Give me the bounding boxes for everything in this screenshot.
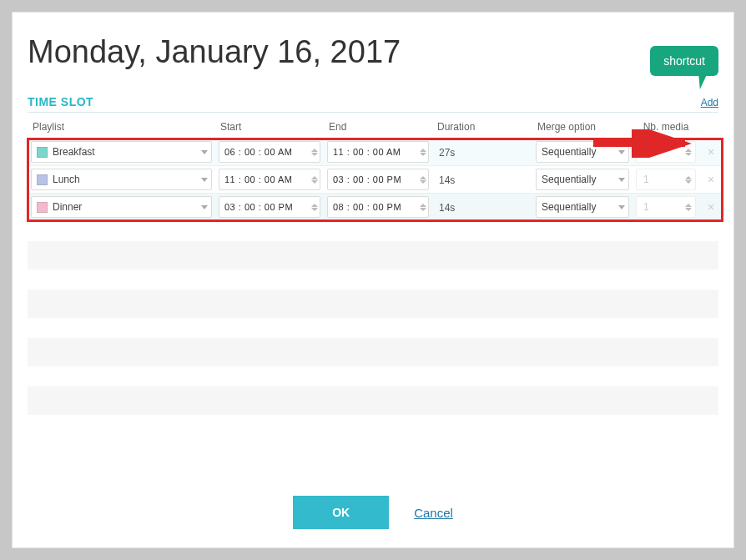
col-playlist: Playlist xyxy=(28,118,215,139)
duration-value: 14s xyxy=(436,202,455,214)
duration-value: 27s xyxy=(436,147,455,159)
dialog-panel: Monday, January 16, 2017 TIME SLOT Add P… xyxy=(12,12,734,548)
end-time-input[interactable]: 03 : 00 : 00 PM xyxy=(327,169,429,190)
spinner-icon[interactable] xyxy=(311,149,318,156)
merge-dropdown[interactable]: Sequentially xyxy=(536,196,629,218)
nb-media-input[interactable]: 1 xyxy=(636,169,696,190)
section-header: TIME SLOT xyxy=(28,95,701,108)
duration-value: 14s xyxy=(436,174,455,186)
spinner-icon[interactable] xyxy=(420,149,426,156)
arrow-icon xyxy=(593,129,702,158)
swatch-icon xyxy=(37,174,48,185)
end-time-input[interactable]: 08 : 00 : 00 PM xyxy=(327,196,429,218)
table-row: Lunch 11 : 00 : 00 AM 03 : 00 : 00 PM 14… xyxy=(28,166,723,194)
chevron-down-icon xyxy=(618,205,625,209)
nb-media-input[interactable]: 1 xyxy=(636,196,696,218)
cancel-link[interactable]: Cancel xyxy=(414,506,453,520)
empty-rows xyxy=(28,241,718,415)
playlist-dropdown[interactable]: Lunch xyxy=(31,169,212,190)
add-link[interactable]: Add xyxy=(701,97,718,108)
col-duration: Duration xyxy=(432,118,532,139)
chevron-down-icon xyxy=(201,178,208,182)
col-end: End xyxy=(324,118,432,139)
shortcut-callout: shortcut xyxy=(650,46,718,76)
playlist-label: Breakfast xyxy=(53,146,198,158)
delete-row-button[interactable]: × xyxy=(699,139,723,166)
ok-button[interactable]: OK xyxy=(293,496,389,529)
delete-row-button[interactable]: × xyxy=(699,194,723,221)
end-time-input[interactable]: 11 : 00 : 00 AM xyxy=(327,141,429,163)
start-time-input[interactable]: 11 : 00 : 00 AM xyxy=(219,169,320,190)
chevron-down-icon xyxy=(201,205,208,209)
start-time-input[interactable]: 06 : 00 : 00 AM xyxy=(219,141,320,163)
page-title: Monday, January 16, 2017 xyxy=(28,34,718,70)
merge-dropdown[interactable]: Sequentially xyxy=(536,169,629,190)
delete-row-button[interactable]: × xyxy=(699,166,723,194)
start-time-input[interactable]: 03 : 00 : 00 PM xyxy=(219,196,320,218)
playlist-dropdown[interactable]: Breakfast xyxy=(31,141,212,163)
playlist-label: Lunch xyxy=(53,174,198,185)
chevron-down-icon xyxy=(201,150,208,154)
swatch-icon xyxy=(37,202,48,213)
playlist-label: Dinner xyxy=(53,201,198,213)
chevron-down-icon xyxy=(618,178,625,182)
swatch-icon xyxy=(37,147,48,158)
playlist-dropdown[interactable]: Dinner xyxy=(31,196,212,218)
col-start: Start xyxy=(215,118,324,139)
table-row: Dinner 03 : 00 : 00 PM 08 : 00 : 00 PM 1… xyxy=(28,194,723,221)
